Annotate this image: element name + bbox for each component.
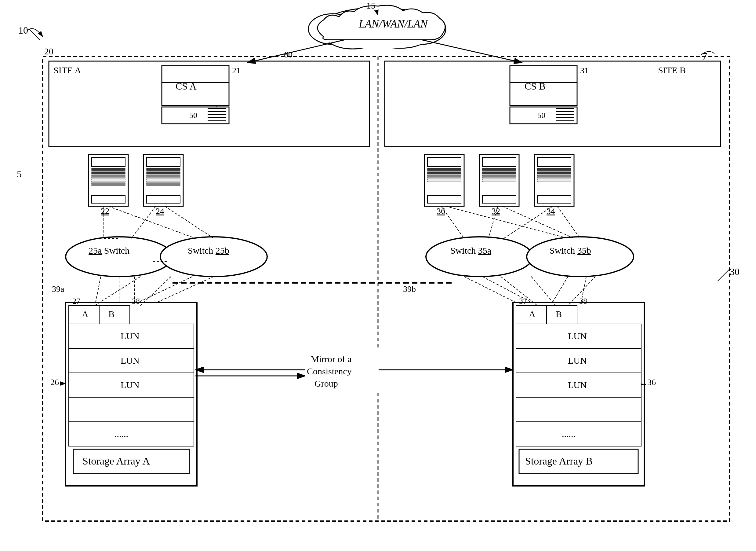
svg-rect-38 [147,172,180,174]
storage-array-a-label: Storage Array A [82,455,150,467]
svg-rect-102 [69,422,194,446]
cloud-network: LAN/WAN/LAN 15 [308,0,446,49]
svg-rect-36 [147,157,180,166]
svg-line-86 [504,206,553,238]
ref-60: 60 [284,50,293,59]
svg-point-73 [66,237,173,277]
ref-35b-label: Switch 35b [550,245,591,255]
svg-rect-63 [482,195,516,203]
port-a-label: A [82,309,89,319]
diagram-container: 10 5 30 7 LAN/WAN/LAN 15 60 [0,0,756,551]
ref-39a: 39a [52,284,64,294]
storage-array-b-label: Storage Array B [525,455,593,467]
svg-rect-34 [92,195,125,203]
mirror-label-line2: Consistency [307,366,352,376]
svg-point-75 [426,237,533,277]
ref-37: 37 [519,297,527,306]
ref-31: 31 [580,66,589,75]
lun-b-2: LUN [568,356,587,366]
svg-rect-66 [537,168,571,170]
svg-rect-57 [482,168,516,170]
svg-line-9 [421,40,522,63]
dots-b: ...... [562,429,576,439]
ref-50-a: 50 [189,111,197,120]
ref-35a-label: Switch 35a [450,245,491,255]
svg-rect-26 [92,168,125,170]
site-b-label: SITE B [658,65,686,75]
storage-array-b: 36 A B 37 38 LUN LUN LUN ...... Storage … [513,297,656,486]
ref-32: 32 [492,206,500,216]
ref-10: 10 [18,25,28,36]
port-b-label-b: B [556,309,562,319]
server-24: 24 [144,154,183,216]
svg-rect-37 [147,168,180,170]
svg-rect-115 [516,422,641,446]
server-36-left: 36 [424,154,464,216]
lun-b-1: LUN [568,331,587,341]
ref-25a-label: 25a Switch [89,245,129,255]
ref-5: 5 [17,168,22,179]
svg-rect-25 [92,157,125,166]
svg-line-85 [502,206,574,238]
mirror-label-line3: Group [314,378,338,389]
switch-35b: Switch 35b [527,237,634,277]
svg-line-8 [247,40,345,63]
ref-22: 22 [101,206,109,216]
svg-rect-45 [147,195,180,203]
svg-rect-27 [92,172,125,174]
ref-15: 15 [366,0,376,10]
server-32: 32 [479,154,519,216]
lun-a-2: LUN [121,356,140,366]
ref-38-b: 38 [579,297,587,306]
lun-a-1: LUN [121,331,140,341]
ref-30: 30 [730,266,740,277]
svg-line-122 [140,277,171,306]
switch-25b: Switch 25b [160,237,267,277]
ref-38-a: 38 [132,297,140,306]
svg-rect-48 [427,168,461,170]
ref-36-top: 36 [437,206,445,216]
svg-rect-114 [516,397,641,422]
ref-21: 21 [232,66,241,75]
ref-26: 26 [50,378,59,387]
svg-rect-67 [537,172,571,174]
ref-24: 24 [156,206,164,216]
server-34: 34 [534,154,574,216]
site-a-label: SITE A [53,65,81,75]
svg-rect-47 [427,157,461,166]
svg-line-82 [441,206,464,238]
port-b-label: B [108,309,114,319]
ref-36-bottom: 36 [647,378,656,387]
svg-rect-56 [482,157,516,166]
ref-27: 27 [72,297,80,306]
port-a-b-label-b: A [529,309,536,319]
ref-39b: 39b [403,284,416,294]
svg-line-87 [557,206,580,238]
svg-rect-101 [69,397,194,422]
ref-25b-label: Switch 25b [188,245,229,255]
ref-20: 20 [44,46,53,56]
svg-line-124 [531,277,556,306]
lun-b-3: LUN [568,380,587,390]
ref-50-b: 50 [537,111,545,120]
svg-point-76 [527,237,634,277]
switch-35a: Switch 35a [426,237,533,277]
lan-wan-label: LAN/WAN/LAN [358,18,428,30]
svg-line-80 [131,206,156,238]
storage-array-a: 26 A B 27 38 LUN LUN LUN ...... Storage … [50,297,197,486]
dots-a: ...... [114,429,128,439]
svg-rect-65 [537,157,571,166]
svg-rect-72 [537,195,571,203]
lun-a-3: LUN [121,380,140,390]
svg-rect-49 [427,172,461,174]
switch-25a: 25a Switch [66,237,173,277]
mirror-label-line1: Mirror of a [311,354,351,364]
svg-line-81 [165,206,214,238]
svg-point-74 [160,237,267,277]
svg-rect-58 [482,172,516,174]
svg-rect-54 [427,195,461,203]
